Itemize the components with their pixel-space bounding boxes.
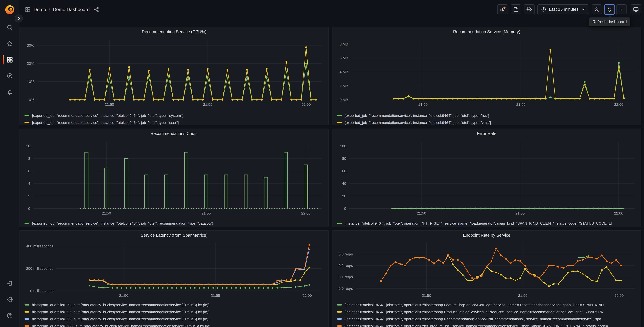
legend-item[interactable]: {instance="otelcol:9464", job="otel", op… <box>337 220 638 226</box>
legend-item[interactable]: {instance="otelcol:9464", job="otel", op… <box>337 315 638 322</box>
legend-item[interactable]: {exported_job="recommendationservice", i… <box>24 112 325 119</box>
svg-text:20: 20 <box>342 194 346 198</box>
svg-text:21:55: 21:55 <box>211 294 220 298</box>
sidebar-item-help[interactable] <box>3 309 16 322</box>
panel-title[interactable]: Recommendation Service (CPU%) <box>20 27 328 36</box>
panel-endpoint-rate: Endpoint Rate by Service 21:5021:5522:00… <box>332 230 641 327</box>
zoom-out-icon <box>594 6 600 12</box>
svg-text:60: 60 <box>342 169 346 173</box>
sidebar <box>0 0 20 327</box>
svg-text:22:00: 22:00 <box>614 211 623 215</box>
monitor-icon <box>633 6 639 12</box>
legend-label: {instance="otelcol:9464", job="otel", op… <box>344 310 603 314</box>
latency-chart[interactable]: 21:5021:5522:000 milliseconds200 millise… <box>21 240 327 301</box>
legend-item[interactable]: histogram_quantile(0.999, sum(rate(laten… <box>24 322 325 327</box>
legend-item[interactable]: {instance="otelcol:9464", job="otel", op… <box>337 308 638 315</box>
svg-text:21:55: 21:55 <box>516 211 525 215</box>
series-marker <box>337 304 342 305</box>
panel-error-rate: Error Rate 21:5021:5522:00020406080100 {… <box>332 128 641 227</box>
sidebar-item-starred[interactable] <box>3 37 16 50</box>
svg-text:8 MB: 8 MB <box>340 42 348 46</box>
panel-title[interactable]: Recommendations Count <box>20 129 328 138</box>
zoom-out-button[interactable] <box>592 4 602 14</box>
svg-text:21:50: 21:50 <box>417 211 426 215</box>
series-marker <box>337 115 342 116</box>
svg-text:10%: 10% <box>27 80 34 84</box>
chevron-down-icon <box>620 8 624 12</box>
refresh-dashboard-button[interactable]: Refresh dashboard <box>604 4 615 15</box>
svg-text:10: 10 <box>26 144 30 148</box>
svg-text:21:55: 21:55 <box>518 294 527 298</box>
gear-icon <box>6 296 13 303</box>
series-marker <box>24 325 29 326</box>
legend-item[interactable]: {instance="otelcol:9464", job="otel", op… <box>337 322 638 327</box>
legend-item[interactable]: histogram_quantile(0.99, sum(rate(latenc… <box>24 315 325 322</box>
svg-text:21:50: 21:50 <box>418 102 428 106</box>
error-rate-chart[interactable]: 21:5021:5522:00020406080100 <box>334 138 640 219</box>
series-marker <box>337 222 342 224</box>
series-marker <box>337 311 342 312</box>
panel-title[interactable]: Service Latency (from SpanMetrics) <box>20 231 328 240</box>
sidebar-item-explore[interactable] <box>3 69 16 82</box>
series-marker <box>24 122 29 123</box>
legend-label: {instance="otelcol:9464", job="otel", op… <box>344 303 606 307</box>
svg-text:21:50: 21:50 <box>119 294 128 298</box>
endpoint-rate-chart[interactable]: 21:5021:5522:000.0 req/s0.1 req/s0.2 req… <box>334 240 640 301</box>
legend-label: histogram_quantile(0.50, sum(rate(latenc… <box>32 303 210 307</box>
series-marker <box>337 122 342 123</box>
legend-item[interactable]: {exported_job="recommendationservice", i… <box>24 220 325 226</box>
legend: {exported_job="recommendationservice", i… <box>332 112 641 125</box>
sidebar-item-configuration[interactable] <box>3 293 16 306</box>
legend: {instance="otelcol:9464", job="otel", op… <box>332 301 641 327</box>
legend-label: histogram_quantile(0.999, sum(rate(laten… <box>32 324 212 327</box>
grafana-logo-icon[interactable] <box>5 5 15 15</box>
svg-text:21:55: 21:55 <box>203 102 212 106</box>
sidebar-item-alerting[interactable] <box>3 85 16 99</box>
add-panel-icon <box>500 6 506 12</box>
chevron-down-icon <box>581 8 585 12</box>
legend-item[interactable]: {instance="otelcol:9464", job="otel", op… <box>337 301 638 308</box>
svg-text:30%: 30% <box>27 43 34 48</box>
svg-text:20%: 20% <box>27 62 34 66</box>
panel-title[interactable]: Error Rate <box>332 129 641 138</box>
sidebar-item-search[interactable] <box>3 21 16 34</box>
legend-label: {instance="otelcol:9464", job="otel", op… <box>344 221 612 225</box>
svg-text:4 MB: 4 MB <box>340 70 348 74</box>
svg-text:21:50: 21:50 <box>105 102 114 106</box>
legend-item[interactable]: {exported_job="recommendationservice", i… <box>337 119 638 125</box>
gear-icon <box>526 6 532 12</box>
sidebar-item-dashboards[interactable] <box>3 53 16 66</box>
expand-sidebar-button[interactable] <box>15 14 23 22</box>
active-indicator <box>3 55 4 64</box>
legend-item[interactable]: {exported_job="recommendationservice", i… <box>337 112 638 119</box>
breadcrumb-page[interactable]: Demo Dashboard <box>53 7 90 12</box>
legend-item[interactable]: {exported_job="recommendationservice", i… <box>24 119 325 125</box>
panel-title[interactable]: Endpoint Rate by Service <box>332 231 641 240</box>
svg-text:2: 2 <box>28 194 30 198</box>
save-dashboard-button[interactable] <box>511 4 521 14</box>
help-icon <box>6 312 13 319</box>
breadcrumb-section[interactable]: Demo <box>34 7 46 12</box>
legend-label: histogram_quantile(0.95, sum(rate(latenc… <box>32 310 210 314</box>
series-marker <box>337 325 342 326</box>
legend-item[interactable]: histogram_quantile(0.50, sum(rate(latenc… <box>24 301 325 308</box>
memory-chart[interactable]: 21:5021:5522:000 MB2 MB4 MB6 MB8 MB <box>334 36 640 112</box>
panel-title[interactable]: Recommendation Service (Memory) <box>332 27 641 36</box>
kiosk-mode-button[interactable] <box>630 4 641 14</box>
legend: {instance="otelcol:9464", job="otel", op… <box>332 219 641 226</box>
svg-text:6 MB: 6 MB <box>340 56 348 60</box>
legend-item[interactable]: histogram_quantile(0.95, sum(rate(latenc… <box>24 308 325 315</box>
refresh-interval-dropdown[interactable] <box>616 4 626 14</box>
dashboard-settings-button[interactable] <box>524 4 534 14</box>
time-range-picker[interactable]: Last 15 minutes <box>537 4 589 14</box>
legend-label: {exported_job="recommendationservice", i… <box>344 120 491 124</box>
cpu-chart[interactable]: 21:5021:5522:000%10%20%30% <box>21 36 327 112</box>
legend: {exported_job="recommendationservice", i… <box>20 219 328 226</box>
refresh-tooltip: Refresh dashboard <box>589 18 630 26</box>
sign-in-icon <box>6 280 13 287</box>
count-chart[interactable]: 21:5021:5522:000246810 <box>21 138 327 219</box>
share-button[interactable] <box>94 6 100 12</box>
add-panel-button[interactable] <box>497 4 508 14</box>
sidebar-item-sign-in[interactable] <box>3 277 16 290</box>
svg-text:22:00: 22:00 <box>302 294 312 298</box>
